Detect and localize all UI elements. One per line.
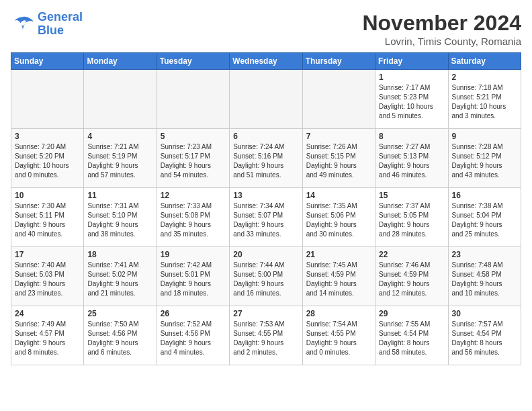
day-info: Sunrise: 7:24 AM Sunset: 5:16 PM Dayligh…	[233, 142, 298, 180]
day-number: 23	[452, 250, 517, 259]
day-info: Sunrise: 7:42 AM Sunset: 5:01 PM Dayligh…	[161, 261, 226, 298]
day-info: Sunrise: 7:40 AM Sunset: 5:03 PM Dayligh…	[15, 261, 80, 298]
weekday-header: Monday	[84, 53, 157, 70]
day-number: 1	[379, 73, 444, 82]
day-number: 15	[379, 191, 444, 200]
weekday-header: Friday	[375, 53, 448, 70]
day-number: 4	[87, 132, 152, 141]
calendar-cell: 19Sunrise: 7:42 AM Sunset: 5:01 PM Dayli…	[157, 247, 229, 306]
day-info: Sunrise: 7:52 AM Sunset: 4:56 PM Dayligh…	[161, 320, 226, 357]
day-number: 13	[233, 191, 298, 200]
day-info: Sunrise: 7:53 AM Sunset: 4:55 PM Dayligh…	[233, 320, 298, 357]
calendar-cell: 17Sunrise: 7:40 AM Sunset: 5:03 PM Dayli…	[11, 247, 84, 306]
day-number: 28	[306, 309, 371, 318]
day-info: Sunrise: 7:20 AM Sunset: 5:20 PM Dayligh…	[15, 142, 80, 180]
day-number: 12	[161, 191, 226, 200]
weekday-header: Sunday	[11, 53, 84, 70]
day-info: Sunrise: 7:45 AM Sunset: 4:59 PM Dayligh…	[306, 261, 371, 298]
day-info: Sunrise: 7:18 AM Sunset: 5:21 PM Dayligh…	[452, 83, 517, 121]
calendar-cell: 21Sunrise: 7:45 AM Sunset: 4:59 PM Dayli…	[302, 247, 375, 306]
logo-text: General Blue	[38, 11, 83, 38]
location-subtitle: Lovrin, Timis County, Romania	[362, 36, 521, 47]
calendar-week-row: 24Sunrise: 7:49 AM Sunset: 4:57 PM Dayli…	[11, 306, 521, 365]
day-info: Sunrise: 7:44 AM Sunset: 5:00 PM Dayligh…	[233, 261, 298, 298]
day-number: 16	[452, 191, 517, 200]
day-info: Sunrise: 7:49 AM Sunset: 4:57 PM Dayligh…	[15, 320, 80, 357]
calendar-cell	[302, 70, 375, 129]
calendar-cell: 25Sunrise: 7:50 AM Sunset: 4:56 PM Dayli…	[84, 306, 157, 365]
calendar-cell: 3Sunrise: 7:20 AM Sunset: 5:20 PM Daylig…	[11, 129, 84, 188]
day-number: 25	[87, 309, 152, 318]
day-info: Sunrise: 7:37 AM Sunset: 5:05 PM Dayligh…	[379, 201, 444, 239]
calendar-cell: 30Sunrise: 7:57 AM Sunset: 4:54 PM Dayli…	[448, 306, 521, 365]
day-info: Sunrise: 7:57 AM Sunset: 4:54 PM Dayligh…	[452, 320, 517, 357]
logo: General Blue	[11, 11, 83, 38]
calendar-cell: 16Sunrise: 7:38 AM Sunset: 5:04 PM Dayli…	[448, 188, 521, 247]
day-number: 7	[306, 132, 371, 141]
calendar-cell: 14Sunrise: 7:35 AM Sunset: 5:06 PM Dayli…	[302, 188, 375, 247]
weekday-header: Thursday	[302, 53, 375, 70]
calendar-cell: 22Sunrise: 7:46 AM Sunset: 4:59 PM Dayli…	[375, 247, 448, 306]
day-info: Sunrise: 7:17 AM Sunset: 5:23 PM Dayligh…	[379, 83, 444, 121]
weekday-header: Wednesday	[230, 53, 302, 70]
day-number: 26	[161, 309, 226, 318]
day-info: Sunrise: 7:33 AM Sunset: 5:08 PM Dayligh…	[161, 201, 226, 239]
calendar-cell: 18Sunrise: 7:41 AM Sunset: 5:02 PM Dayli…	[84, 247, 157, 306]
day-number: 21	[306, 250, 371, 259]
calendar-cell: 5Sunrise: 7:23 AM Sunset: 5:17 PM Daylig…	[157, 129, 229, 188]
day-number: 11	[87, 191, 152, 200]
calendar-week-row: 10Sunrise: 7:30 AM Sunset: 5:11 PM Dayli…	[11, 188, 521, 247]
day-info: Sunrise: 7:31 AM Sunset: 5:10 PM Dayligh…	[87, 201, 152, 239]
calendar-cell: 9Sunrise: 7:28 AM Sunset: 5:12 PM Daylig…	[448, 129, 521, 188]
day-number: 8	[379, 132, 444, 141]
page-header: General Blue November 2024 Lovrin, Timis…	[11, 11, 521, 47]
calendar-cell: 12Sunrise: 7:33 AM Sunset: 5:08 PM Dayli…	[157, 188, 229, 247]
calendar-cell: 8Sunrise: 7:27 AM Sunset: 5:13 PM Daylig…	[375, 129, 448, 188]
calendar-cell: 6Sunrise: 7:24 AM Sunset: 5:16 PM Daylig…	[230, 129, 302, 188]
day-number: 18	[87, 250, 152, 259]
calendar-cell: 26Sunrise: 7:52 AM Sunset: 4:56 PM Dayli…	[157, 306, 229, 365]
day-number: 20	[233, 250, 298, 259]
month-title: November 2024	[362, 11, 521, 36]
calendar-cell: 24Sunrise: 7:49 AM Sunset: 4:57 PM Dayli…	[11, 306, 84, 365]
day-number: 17	[15, 250, 80, 259]
calendar-cell: 15Sunrise: 7:37 AM Sunset: 5:05 PM Dayli…	[375, 188, 448, 247]
calendar-cell	[11, 70, 84, 129]
calendar-cell: 10Sunrise: 7:30 AM Sunset: 5:11 PM Dayli…	[11, 188, 84, 247]
day-number: 27	[233, 309, 298, 318]
day-info: Sunrise: 7:55 AM Sunset: 4:54 PM Dayligh…	[379, 320, 444, 357]
calendar-cell: 4Sunrise: 7:21 AM Sunset: 5:19 PM Daylig…	[84, 129, 157, 188]
calendar-cell: 20Sunrise: 7:44 AM Sunset: 5:00 PM Dayli…	[230, 247, 302, 306]
day-number: 30	[452, 309, 517, 318]
day-number: 3	[15, 132, 80, 141]
calendar-table: SundayMondayTuesdayWednesdayThursdayFrid…	[11, 52, 521, 365]
day-number: 24	[15, 309, 80, 318]
weekday-header: Saturday	[448, 53, 521, 70]
day-number: 19	[161, 250, 226, 259]
calendar-week-row: 1Sunrise: 7:17 AM Sunset: 5:23 PM Daylig…	[11, 70, 521, 129]
calendar-cell: 29Sunrise: 7:55 AM Sunset: 4:54 PM Dayli…	[375, 306, 448, 365]
calendar-header-row: SundayMondayTuesdayWednesdayThursdayFrid…	[11, 53, 521, 70]
calendar-cell	[230, 70, 302, 129]
calendar-cell: 7Sunrise: 7:26 AM Sunset: 5:15 PM Daylig…	[302, 129, 375, 188]
day-number: 10	[15, 191, 80, 200]
day-info: Sunrise: 7:21 AM Sunset: 5:19 PM Dayligh…	[87, 142, 152, 180]
logo-icon	[11, 14, 35, 34]
day-info: Sunrise: 7:34 AM Sunset: 5:07 PM Dayligh…	[233, 201, 298, 239]
calendar-cell: 13Sunrise: 7:34 AM Sunset: 5:07 PM Dayli…	[230, 188, 302, 247]
day-number: 22	[379, 250, 444, 259]
day-info: Sunrise: 7:27 AM Sunset: 5:13 PM Dayligh…	[379, 142, 444, 180]
calendar-week-row: 3Sunrise: 7:20 AM Sunset: 5:20 PM Daylig…	[11, 129, 521, 188]
day-info: Sunrise: 7:35 AM Sunset: 5:06 PM Dayligh…	[306, 201, 371, 239]
day-info: Sunrise: 7:26 AM Sunset: 5:15 PM Dayligh…	[306, 142, 371, 180]
day-info: Sunrise: 7:48 AM Sunset: 4:58 PM Dayligh…	[452, 261, 517, 298]
calendar-cell	[84, 70, 157, 129]
calendar-cell: 27Sunrise: 7:53 AM Sunset: 4:55 PM Dayli…	[230, 306, 302, 365]
day-info: Sunrise: 7:41 AM Sunset: 5:02 PM Dayligh…	[87, 261, 152, 298]
calendar-cell: 28Sunrise: 7:54 AM Sunset: 4:55 PM Dayli…	[302, 306, 375, 365]
calendar-cell: 2Sunrise: 7:18 AM Sunset: 5:21 PM Daylig…	[448, 70, 521, 129]
day-info: Sunrise: 7:30 AM Sunset: 5:11 PM Dayligh…	[15, 201, 80, 239]
weekday-header: Tuesday	[157, 53, 229, 70]
calendar-cell: 11Sunrise: 7:31 AM Sunset: 5:10 PM Dayli…	[84, 188, 157, 247]
day-number: 29	[379, 309, 444, 318]
